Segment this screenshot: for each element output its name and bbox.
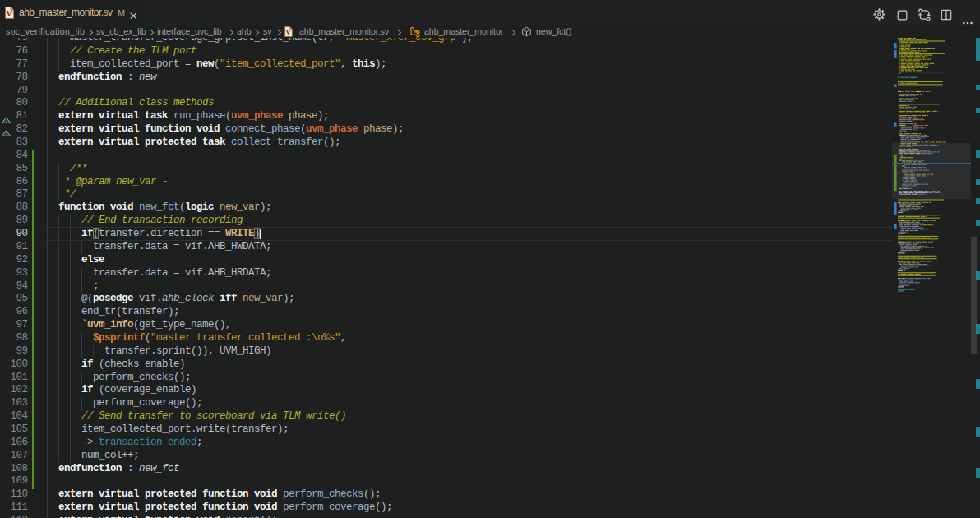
svg-text:V: V	[285, 28, 291, 36]
svg-text:V: V	[6, 9, 12, 18]
